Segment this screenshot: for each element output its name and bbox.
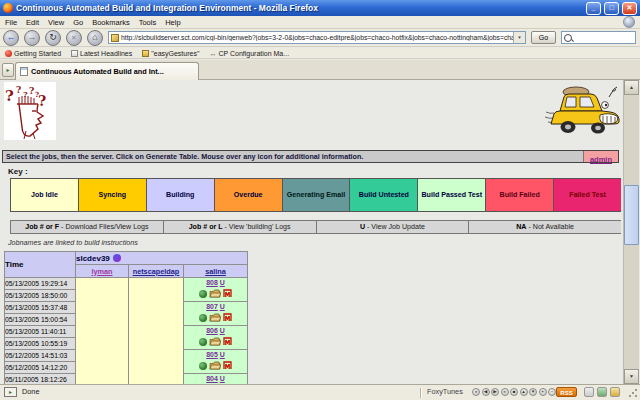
vertical-scrollbar[interactable]: ▲ ▼ xyxy=(623,80,639,384)
resize-grip[interactable] xyxy=(628,388,639,399)
update-link[interactable]: U xyxy=(220,279,225,286)
bookmark-easygestures[interactable]: "easyGestures" xyxy=(142,50,199,57)
menu-edit[interactable]: Edit xyxy=(26,18,39,27)
close-button[interactable]: ✕ xyxy=(622,2,637,15)
status-ball-icon[interactable] xyxy=(199,338,207,346)
getting-started-icon xyxy=(5,50,12,57)
status-ball-icon[interactable] xyxy=(199,290,207,298)
build-number-link[interactable]: 807 xyxy=(206,303,218,310)
foxytunes-controls: « ◀ ▶ » ■ ▲ ▼ + − ● xyxy=(472,388,566,396)
tab-active[interactable]: Continuous Automated Build and Int... xyxy=(15,62,199,80)
salina-build-cell: 804 U xyxy=(184,374,248,385)
jobnames-note: Jobnames are linked to build instruction… xyxy=(8,238,138,247)
bookmarks-toolbar: Getting Started Latest Headlines "easyGe… xyxy=(0,48,640,59)
salina-build-cell: 806 U xyxy=(184,326,248,350)
back-button[interactable]: ← xyxy=(3,30,19,46)
player-minus-icon[interactable]: − xyxy=(548,388,556,396)
scroll-up-arrow[interactable]: ▲ xyxy=(624,80,639,95)
extension-icon-1[interactable] xyxy=(584,387,594,397)
time-cell: 05/11/2005 18:12:26 xyxy=(5,374,76,385)
svg-text:?: ? xyxy=(38,93,46,109)
job-header-lyman: lyman xyxy=(76,265,129,278)
menu-go[interactable]: Go xyxy=(73,18,83,27)
status-ball-icon[interactable] xyxy=(199,362,207,370)
firefox-window: { "window": { "title": "Continuous Autom… xyxy=(0,0,640,400)
player-play-icon[interactable]: ▶ xyxy=(491,388,499,396)
tab-list-button[interactable]: ▸ xyxy=(2,63,14,77)
status-key-row: Job Idle Syncing Building Overdue Genera… xyxy=(10,178,621,212)
bookmark-cp-configuration[interactable]: ↔ CP Configuration Ma... xyxy=(209,50,289,57)
admin-cell: admin xyxy=(583,151,618,162)
extension-icon-3[interactable] xyxy=(610,387,620,397)
player-volume-down-icon[interactable]: ▼ xyxy=(529,388,537,396)
window-title: Continuous Automated Build and Integrati… xyxy=(16,3,583,13)
bookmark-getting-started[interactable]: Getting Started xyxy=(5,50,61,57)
mail-log-icon[interactable] xyxy=(223,313,232,322)
update-link[interactable]: U xyxy=(220,327,225,334)
reload-button[interactable]: ↻ xyxy=(45,30,61,46)
rss-badge[interactable]: RSS xyxy=(556,387,577,397)
player-volume-up-icon[interactable]: ▲ xyxy=(520,388,528,396)
time-cell: 05/13/2005 11:40:11 xyxy=(5,326,76,338)
status-bar: ▸ Done FoxyTunes « ◀ ▶ » ■ ▲ ▼ + − ● RSS xyxy=(0,384,640,400)
update-link[interactable]: U xyxy=(220,375,225,382)
salina-build-cell: 805 U xyxy=(184,350,248,374)
mail-log-icon[interactable] xyxy=(223,289,232,298)
admin-link[interactable]: admin xyxy=(590,155,612,164)
build-number-link[interactable]: 806 xyxy=(206,327,218,334)
server-info-icon[interactable] xyxy=(113,254,121,262)
player-previous-icon[interactable]: « xyxy=(472,388,480,396)
menu-bookmarks[interactable]: Bookmarks xyxy=(92,18,130,27)
files-folder-icon[interactable] xyxy=(209,361,221,370)
statusbar-separator xyxy=(420,388,421,398)
throbber-icon[interactable] xyxy=(623,16,635,28)
forward-button[interactable]: → xyxy=(24,30,40,46)
minimize-button[interactable]: _ xyxy=(586,2,601,15)
scroll-down-arrow[interactable]: ▼ xyxy=(624,369,639,384)
menu-view[interactable]: View xyxy=(48,18,64,27)
key-building: Building xyxy=(147,179,215,211)
tab-strip: ▸ Continuous Automated Build and Int... xyxy=(0,60,640,80)
player-rewind-icon[interactable]: ◀ xyxy=(482,388,490,396)
update-link[interactable]: U xyxy=(220,303,225,310)
status-ball-icon[interactable] xyxy=(199,314,207,322)
build-number-link[interactable]: 808 xyxy=(206,279,218,286)
menu-help[interactable]: Help xyxy=(165,18,180,27)
scrollbar-thumb[interactable] xyxy=(624,185,639,245)
menu-file[interactable]: File xyxy=(5,18,17,27)
svg-text:?: ? xyxy=(16,85,21,95)
bookmark-latest-headlines[interactable]: Latest Headlines xyxy=(71,50,132,57)
search-icon[interactable] xyxy=(564,34,572,42)
folder-icon xyxy=(142,50,149,57)
url-dropdown-icon[interactable]: ▾ xyxy=(513,32,525,43)
player-next-icon[interactable]: » xyxy=(501,388,509,396)
time-cell: 05/13/2005 15:00:54 xyxy=(5,314,76,326)
time-cell: 05/12/2005 14:51:03 xyxy=(5,350,76,362)
update-link[interactable]: U xyxy=(220,351,225,358)
legend-not-available: NA - Not Available xyxy=(469,221,621,233)
url-text[interactable]: http://slcbuildserver.sct.com/cgi-bin/ge… xyxy=(121,34,513,41)
firefox-icon xyxy=(3,3,13,13)
files-folder-icon[interactable] xyxy=(209,289,221,298)
stop-button[interactable]: ✕ xyxy=(66,30,82,46)
player-stop-icon[interactable]: ■ xyxy=(510,388,518,396)
mail-log-icon[interactable] xyxy=(223,337,232,346)
home-button[interactable]: ⌂ xyxy=(87,30,103,46)
files-folder-icon[interactable] xyxy=(209,337,221,346)
mail-log-icon[interactable] xyxy=(223,361,232,370)
url-bar[interactable]: http://slcbuildserver.sct.com/cgi-bin/ge… xyxy=(108,31,526,44)
extension-icon-2[interactable] xyxy=(597,387,607,397)
search-input[interactable] xyxy=(561,31,636,44)
salina-build-cell: 808 U xyxy=(184,278,248,302)
files-folder-icon[interactable] xyxy=(209,313,221,322)
player-plus-icon[interactable]: + xyxy=(539,388,547,396)
gesture-status-icon[interactable]: ▸ xyxy=(4,387,17,397)
menu-tools[interactable]: Tools xyxy=(139,18,157,27)
build-number-link[interactable]: 805 xyxy=(206,351,218,358)
svg-text:?: ? xyxy=(5,87,14,105)
restore-button[interactable]: □ xyxy=(604,2,619,15)
lyman-idle-cell xyxy=(76,278,129,385)
go-button[interactable]: Go xyxy=(531,31,556,44)
build-number-link[interactable]: 804 xyxy=(206,375,218,382)
tab-favicon xyxy=(20,67,28,76)
